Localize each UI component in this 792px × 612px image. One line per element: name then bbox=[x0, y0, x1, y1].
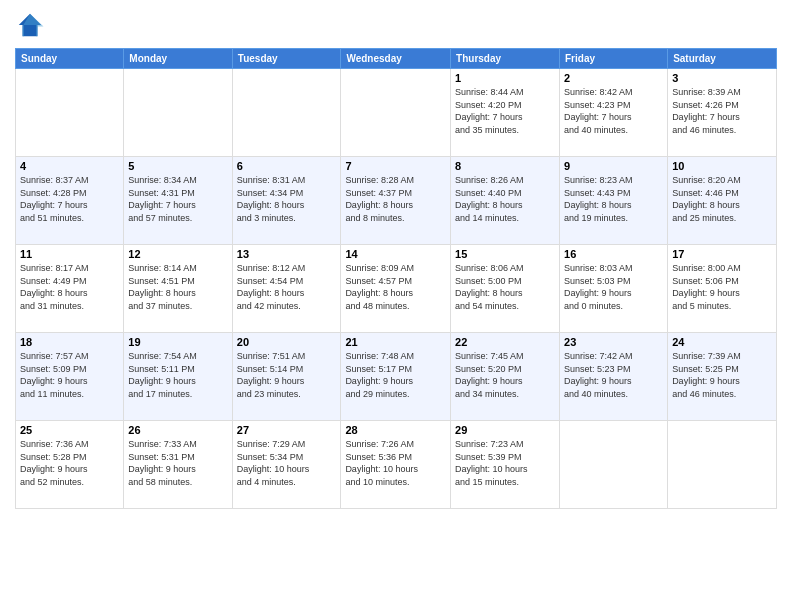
calendar-cell: 24Sunrise: 7:39 AM Sunset: 5:25 PM Dayli… bbox=[668, 333, 777, 421]
weekday-header: Sunday bbox=[16, 49, 124, 69]
day-number: 19 bbox=[128, 336, 227, 348]
day-info: Sunrise: 7:54 AM Sunset: 5:11 PM Dayligh… bbox=[128, 350, 227, 400]
day-info: Sunrise: 7:45 AM Sunset: 5:20 PM Dayligh… bbox=[455, 350, 555, 400]
calendar-cell: 1Sunrise: 8:44 AM Sunset: 4:20 PM Daylig… bbox=[451, 69, 560, 157]
day-info: Sunrise: 7:33 AM Sunset: 5:31 PM Dayligh… bbox=[128, 438, 227, 488]
day-number: 25 bbox=[20, 424, 119, 436]
day-info: Sunrise: 8:12 AM Sunset: 4:54 PM Dayligh… bbox=[237, 262, 337, 312]
calendar-cell: 29Sunrise: 7:23 AM Sunset: 5:39 PM Dayli… bbox=[451, 421, 560, 509]
calendar-week: 4Sunrise: 8:37 AM Sunset: 4:28 PM Daylig… bbox=[16, 157, 777, 245]
calendar-cell: 20Sunrise: 7:51 AM Sunset: 5:14 PM Dayli… bbox=[232, 333, 341, 421]
day-info: Sunrise: 7:51 AM Sunset: 5:14 PM Dayligh… bbox=[237, 350, 337, 400]
day-number: 4 bbox=[20, 160, 119, 172]
calendar-cell bbox=[232, 69, 341, 157]
day-number: 5 bbox=[128, 160, 227, 172]
day-number: 16 bbox=[564, 248, 663, 260]
calendar-cell: 21Sunrise: 7:48 AM Sunset: 5:17 PM Dayli… bbox=[341, 333, 451, 421]
day-number: 28 bbox=[345, 424, 446, 436]
calendar-cell: 17Sunrise: 8:00 AM Sunset: 5:06 PM Dayli… bbox=[668, 245, 777, 333]
day-number: 9 bbox=[564, 160, 663, 172]
calendar-cell bbox=[341, 69, 451, 157]
day-info: Sunrise: 8:03 AM Sunset: 5:03 PM Dayligh… bbox=[564, 262, 663, 312]
day-info: Sunrise: 8:06 AM Sunset: 5:00 PM Dayligh… bbox=[455, 262, 555, 312]
logo-icon bbox=[15, 10, 45, 40]
calendar-cell: 6Sunrise: 8:31 AM Sunset: 4:34 PM Daylig… bbox=[232, 157, 341, 245]
calendar-cell: 27Sunrise: 7:29 AM Sunset: 5:34 PM Dayli… bbox=[232, 421, 341, 509]
logo bbox=[15, 10, 49, 40]
day-info: Sunrise: 8:20 AM Sunset: 4:46 PM Dayligh… bbox=[672, 174, 772, 224]
day-number: 29 bbox=[455, 424, 555, 436]
calendar-cell: 19Sunrise: 7:54 AM Sunset: 5:11 PM Dayli… bbox=[124, 333, 232, 421]
day-number: 1 bbox=[455, 72, 555, 84]
day-info: Sunrise: 8:00 AM Sunset: 5:06 PM Dayligh… bbox=[672, 262, 772, 312]
calendar-header: SundayMondayTuesdayWednesdayThursdayFrid… bbox=[16, 49, 777, 69]
day-number: 22 bbox=[455, 336, 555, 348]
weekday-header: Saturday bbox=[668, 49, 777, 69]
day-number: 3 bbox=[672, 72, 772, 84]
calendar-cell: 2Sunrise: 8:42 AM Sunset: 4:23 PM Daylig… bbox=[560, 69, 668, 157]
calendar-cell: 23Sunrise: 7:42 AM Sunset: 5:23 PM Dayli… bbox=[560, 333, 668, 421]
calendar-cell: 18Sunrise: 7:57 AM Sunset: 5:09 PM Dayli… bbox=[16, 333, 124, 421]
calendar-cell: 28Sunrise: 7:26 AM Sunset: 5:36 PM Dayli… bbox=[341, 421, 451, 509]
day-info: Sunrise: 7:57 AM Sunset: 5:09 PM Dayligh… bbox=[20, 350, 119, 400]
day-number: 20 bbox=[237, 336, 337, 348]
calendar-cell: 8Sunrise: 8:26 AM Sunset: 4:40 PM Daylig… bbox=[451, 157, 560, 245]
calendar-cell: 4Sunrise: 8:37 AM Sunset: 4:28 PM Daylig… bbox=[16, 157, 124, 245]
weekday-header: Tuesday bbox=[232, 49, 341, 69]
day-info: Sunrise: 8:23 AM Sunset: 4:43 PM Dayligh… bbox=[564, 174, 663, 224]
calendar-cell: 13Sunrise: 8:12 AM Sunset: 4:54 PM Dayli… bbox=[232, 245, 341, 333]
calendar-cell: 5Sunrise: 8:34 AM Sunset: 4:31 PM Daylig… bbox=[124, 157, 232, 245]
calendar-cell: 3Sunrise: 8:39 AM Sunset: 4:26 PM Daylig… bbox=[668, 69, 777, 157]
calendar-cell bbox=[124, 69, 232, 157]
weekday-header: Thursday bbox=[451, 49, 560, 69]
calendar-cell: 7Sunrise: 8:28 AM Sunset: 4:37 PM Daylig… bbox=[341, 157, 451, 245]
calendar-cell: 11Sunrise: 8:17 AM Sunset: 4:49 PM Dayli… bbox=[16, 245, 124, 333]
day-info: Sunrise: 8:26 AM Sunset: 4:40 PM Dayligh… bbox=[455, 174, 555, 224]
calendar-week: 11Sunrise: 8:17 AM Sunset: 4:49 PM Dayli… bbox=[16, 245, 777, 333]
calendar: SundayMondayTuesdayWednesdayThursdayFrid… bbox=[15, 48, 777, 509]
day-info: Sunrise: 8:37 AM Sunset: 4:28 PM Dayligh… bbox=[20, 174, 119, 224]
day-info: Sunrise: 7:26 AM Sunset: 5:36 PM Dayligh… bbox=[345, 438, 446, 488]
day-number: 6 bbox=[237, 160, 337, 172]
day-number: 8 bbox=[455, 160, 555, 172]
day-number: 23 bbox=[564, 336, 663, 348]
calendar-cell bbox=[16, 69, 124, 157]
day-info: Sunrise: 8:17 AM Sunset: 4:49 PM Dayligh… bbox=[20, 262, 119, 312]
calendar-cell: 15Sunrise: 8:06 AM Sunset: 5:00 PM Dayli… bbox=[451, 245, 560, 333]
day-info: Sunrise: 8:44 AM Sunset: 4:20 PM Dayligh… bbox=[455, 86, 555, 136]
weekday-header: Wednesday bbox=[341, 49, 451, 69]
day-info: Sunrise: 7:42 AM Sunset: 5:23 PM Dayligh… bbox=[564, 350, 663, 400]
calendar-week: 1Sunrise: 8:44 AM Sunset: 4:20 PM Daylig… bbox=[16, 69, 777, 157]
day-number: 24 bbox=[672, 336, 772, 348]
day-number: 15 bbox=[455, 248, 555, 260]
day-number: 13 bbox=[237, 248, 337, 260]
calendar-cell: 14Sunrise: 8:09 AM Sunset: 4:57 PM Dayli… bbox=[341, 245, 451, 333]
day-number: 18 bbox=[20, 336, 119, 348]
day-info: Sunrise: 8:31 AM Sunset: 4:34 PM Dayligh… bbox=[237, 174, 337, 224]
calendar-cell: 25Sunrise: 7:36 AM Sunset: 5:28 PM Dayli… bbox=[16, 421, 124, 509]
day-info: Sunrise: 8:09 AM Sunset: 4:57 PM Dayligh… bbox=[345, 262, 446, 312]
calendar-week: 18Sunrise: 7:57 AM Sunset: 5:09 PM Dayli… bbox=[16, 333, 777, 421]
day-info: Sunrise: 8:34 AM Sunset: 4:31 PM Dayligh… bbox=[128, 174, 227, 224]
calendar-cell: 10Sunrise: 8:20 AM Sunset: 4:46 PM Dayli… bbox=[668, 157, 777, 245]
day-number: 27 bbox=[237, 424, 337, 436]
calendar-cell: 16Sunrise: 8:03 AM Sunset: 5:03 PM Dayli… bbox=[560, 245, 668, 333]
day-info: Sunrise: 8:42 AM Sunset: 4:23 PM Dayligh… bbox=[564, 86, 663, 136]
day-info: Sunrise: 8:28 AM Sunset: 4:37 PM Dayligh… bbox=[345, 174, 446, 224]
calendar-week: 25Sunrise: 7:36 AM Sunset: 5:28 PM Dayli… bbox=[16, 421, 777, 509]
weekday-row: SundayMondayTuesdayWednesdayThursdayFrid… bbox=[16, 49, 777, 69]
day-number: 12 bbox=[128, 248, 227, 260]
day-number: 21 bbox=[345, 336, 446, 348]
day-info: Sunrise: 7:23 AM Sunset: 5:39 PM Dayligh… bbox=[455, 438, 555, 488]
day-number: 10 bbox=[672, 160, 772, 172]
day-info: Sunrise: 8:14 AM Sunset: 4:51 PM Dayligh… bbox=[128, 262, 227, 312]
weekday-header: Monday bbox=[124, 49, 232, 69]
calendar-cell: 12Sunrise: 8:14 AM Sunset: 4:51 PM Dayli… bbox=[124, 245, 232, 333]
day-info: Sunrise: 7:29 AM Sunset: 5:34 PM Dayligh… bbox=[237, 438, 337, 488]
day-number: 11 bbox=[20, 248, 119, 260]
day-number: 17 bbox=[672, 248, 772, 260]
calendar-cell: 22Sunrise: 7:45 AM Sunset: 5:20 PM Dayli… bbox=[451, 333, 560, 421]
day-number: 14 bbox=[345, 248, 446, 260]
calendar-cell bbox=[560, 421, 668, 509]
weekday-header: Friday bbox=[560, 49, 668, 69]
